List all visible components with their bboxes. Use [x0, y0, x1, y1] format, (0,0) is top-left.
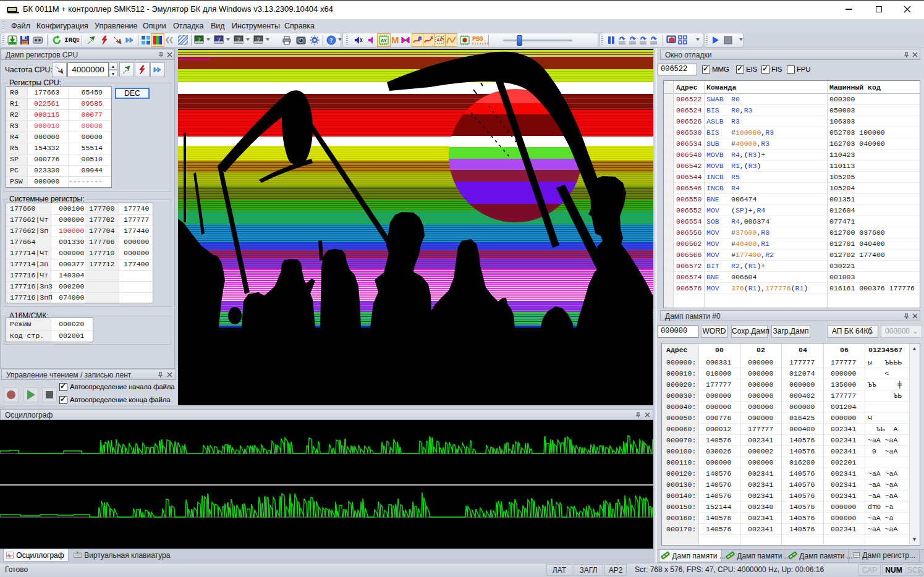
svg-text:?: ?	[237, 36, 240, 43]
svg-text:?: ?	[256, 36, 260, 43]
svg-text:AY: AY	[381, 38, 387, 43]
svg-text:?: ?	[217, 36, 220, 43]
svg-text:?: ?	[197, 36, 200, 43]
svg-text:AX: AX	[436, 38, 443, 43]
svg-text:?: ?	[330, 37, 333, 44]
